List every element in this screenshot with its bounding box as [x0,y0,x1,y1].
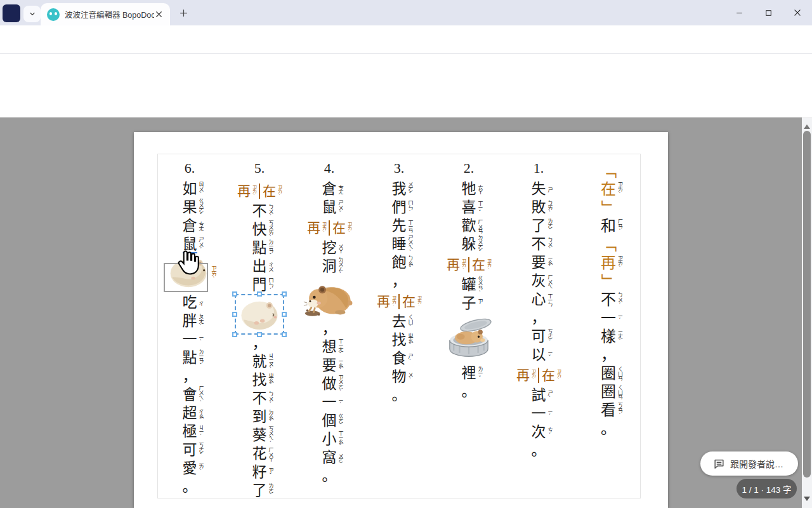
maximize-button[interactable] [754,0,783,25]
hamster-curled-image[interactable]: ㄗㄞˋ [166,255,213,292]
char-cell: 超ㄔㄠ [183,406,197,421]
new-tab-button[interactable] [179,8,188,18]
char-cell: 飽ㄅㄠˇ [392,255,407,271]
char-cell: 心ㄒㄧㄣ [532,292,546,307]
column-number: 4. [324,158,335,178]
char-cell: 失ㄕ [532,182,546,197]
scroll-up-arrow-icon[interactable] [804,121,810,129]
zai-choice-blank[interactable]: 再ㄗㄞˋ在ㄗㄞˋ [377,294,421,309]
char-cell: 到ㄉㄠˋ [252,410,267,425]
char-cell: 敗ㄅㄞˋ [532,200,546,215]
char-cell: 要ㄧㄠˋ [322,358,337,373]
doc-columns: 6.如ㄖㄨˊ果ㄍㄨㄛˇ倉ㄘㄤ鼠ㄕㄨˇㄗㄞˋ吃ㄔ胖ㄆㄤˋ一ㄧˋ點ㄉㄧㄢˇ，會ㄏㄨㄟ… [158,154,640,498]
char-cell: 倉ㄘㄤ [183,218,197,234]
choice-divider [538,368,539,383]
char-cell: 吃ㄔ [183,295,197,311]
resize-handle[interactable] [232,291,237,297]
char-cell: 葵ㄎㄨㄟˊ [252,428,267,443]
char-cell: 子ㄗ˙ [462,296,476,311]
char-cell: 圈ㄑㄩㄢ [601,366,616,381]
char-cell: 出ㄔㄨ [252,259,267,274]
char-cell: 快ㄎㄨㄞˋ [252,222,267,237]
zai-choice-blank[interactable]: 再ㄗㄞˋ在ㄗㄞˋ [307,220,351,236]
punct-cell: ， [183,369,197,384]
punct-cell: 。 [252,502,267,508]
char-cell: 和ㄏㄢˋ [601,218,616,234]
scrollbar-thumb[interactable] [803,131,811,478]
punct-cell: 。 [392,388,407,403]
zai-choice-blank[interactable]: 再ㄗㄞˋ在ㄗㄞˋ [237,184,282,199]
column-number: 6. [185,158,195,178]
bopodoc-toolbar: 倉鼠的「在」和「再」不一樣 0 0 PDF [0,54,812,92]
hamster-sleeping-image[interactable] [237,296,282,333]
char-cell: 果ㄍㄨㄛˇ [183,200,197,215]
punct-cell: ， [601,347,616,363]
content-frame: 6.如ㄖㄨˊ果ㄍㄨㄛˇ倉ㄘㄤ鼠ㄕㄨˇㄗㄞˋ吃ㄔ胖ㄆㄤˋ一ㄧˋ點ㄉㄧㄢˇ，會ㄏㄨㄟ… [157,154,641,498]
feedback-button[interactable]: 跟開發者說… [700,451,798,476]
resize-handle[interactable] [232,312,237,317]
char-cell: 次ㄘˋ [532,425,546,440]
char-cell: 不ㄅㄨˊ [252,391,267,406]
char-cell: 做ㄗㄨㄛˋ [322,377,337,392]
window-controls [724,0,812,25]
resize-handle[interactable] [282,291,287,297]
tab-close-icon[interactable] [154,10,164,19]
hamster-digging-image[interactable] [303,277,355,318]
resize-handle[interactable] [257,291,262,297]
char-cell: 食ㄕˊ [392,351,407,366]
char-cell: 一ㄧˋ [183,332,197,347]
char-cell: 會ㄏㄨㄟˋ [183,387,197,403]
char-cell: 以ㄧˇ [532,347,546,363]
char-cell: 就ㄐㄧㄡˋ [252,354,267,370]
hand-cursor-icon [176,249,202,277]
tab-search-button[interactable] [23,6,41,22]
hamster-can-image[interactable] [442,314,495,363]
punct-cell: 。 [601,421,616,436]
window-corner-chip [3,4,20,22]
punct-cell: 。 [322,469,337,484]
char-cell: 極ㄐㄧˊ [183,424,197,439]
zai-choice-blank[interactable]: 再ㄗㄞˋ在ㄗㄞˋ [516,368,561,383]
choice-divider [329,220,330,236]
char-cell: 不ㄅㄨˊ [532,237,546,252]
char-cell: 裡ㄌㄧˇ [462,366,476,381]
char-cell: 一ㄧˊ [601,311,616,326]
format-bar: 邊框 0 圓角 0 透明度 1 [0,92,812,117]
choice-divider [398,294,400,309]
choice-divider [259,184,260,199]
resize-handle[interactable] [282,332,287,337]
punct-cell: 。 [532,443,546,458]
char-cell: 罐ㄍㄨㄢˋ [462,277,476,293]
char-cell: 點ㄉㄧㄢˇ [252,241,267,256]
selection-border [235,294,284,335]
char-cell: 門ㄇㄣˊ [252,277,267,293]
char-cell: 找ㄓㄠˇ [392,333,407,348]
hamster-can-illustration [442,314,495,363]
minimize-button[interactable] [724,0,754,25]
feedback-label: 跟開發者說… [730,457,783,470]
page-char-count-badge: 1 / 1 · 143 字 [737,479,797,498]
punct-cell: ， [532,311,546,326]
sentence-column-1: 1.失ㄕ敗ㄅㄞˋ了ㄌㄜ˙不ㄅㄨˊ要ㄧㄠˋ灰ㄏㄨㄟ心ㄒㄧㄣ，可ㄎㄜˇ以ㄧˇ再ㄗㄞˋ… [521,158,556,493]
punct-cell: ， [322,321,337,337]
close-window-button[interactable] [783,0,812,25]
zai-choice-blank[interactable]: 再ㄗㄞˋ在ㄗㄞˋ [447,257,491,272]
column-number: 2. [464,158,475,178]
char-cell: 看ㄎㄢˋ [601,403,616,418]
resize-handle[interactable] [282,312,287,317]
char-cell: 窩ㄨㄛ [322,450,337,465]
resize-handle[interactable] [232,332,237,337]
char-cell: 要ㄧㄠˋ [532,255,546,271]
punct-cell: 。 [183,479,197,495]
char-cell: 挖ㄨㄚ [322,241,337,256]
browser-tab[interactable]: 波波注音編輯器 BopoDoc [41,3,170,25]
char-cell: 不ㄅㄨˊ [601,292,616,307]
vertical-scrollbar[interactable] [802,117,812,508]
char-cell: 花ㄏㄨㄚ [252,446,267,462]
char-cell: 籽ㄗˇ [252,465,267,480]
char-cell: 可ㄎㄜˇ [532,329,546,344]
char-cell: 圈ㄑㄩㄢ [601,384,616,399]
char-cell: 先ㄒㄧㄢ [392,218,407,234]
scroll-down-arrow-icon[interactable] [804,497,810,504]
document-page[interactable]: 6.如ㄖㄨˊ果ㄍㄨㄛˇ倉ㄘㄤ鼠ㄕㄨˇㄗㄞˋ吃ㄔ胖ㄆㄤˋ一ㄧˋ點ㄉㄧㄢˇ，會ㄏㄨㄟ… [134,132,668,508]
